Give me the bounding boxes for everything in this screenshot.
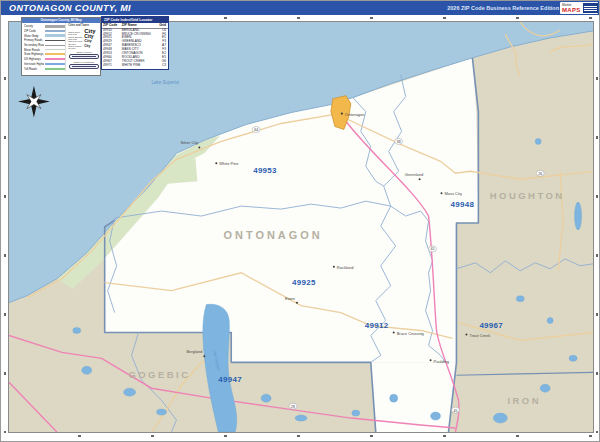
county-swatch: [45, 25, 65, 28]
town-label-bergland: Bergland: [186, 349, 202, 354]
scale-bar-miles: Scale in Miles: [68, 51, 100, 60]
town-label-mass-city: Mass City: [445, 191, 462, 196]
legend-city-items: Cities and Towns Cities Over 100,000City…: [65, 23, 100, 71]
county-label-gogebic: GOGEBIC: [128, 369, 190, 380]
page-title: ONTONAGON COUNTY, MI: [1, 3, 131, 13]
edition-label: 2026 ZIP Code Business Reference Edition: [447, 5, 559, 11]
zip-label-49912: 49912: [365, 322, 389, 331]
interstate-swatch: [45, 63, 65, 65]
water-swatch: [45, 34, 65, 37]
zip-label-49947: 49947: [218, 375, 242, 384]
map-page: ONTONAGON COUNTY, MI 2026 ZIP Code Busin…: [0, 0, 600, 442]
zip-label-49925: 49925: [292, 278, 316, 287]
shield-28: 28: [291, 405, 295, 409]
zip-row-49971: 49971WHITE PINEC3: [102, 64, 168, 68]
legend-city-4: Cities Under 10,000City: [68, 44, 100, 49]
zip-swatch: [45, 30, 65, 33]
brand-text: Market MAPS: [560, 4, 581, 13]
brand-name: MAPS: [562, 7, 581, 13]
county-label-iron: IRON: [507, 395, 541, 406]
town-label-trout-creek: Trout Creek: [469, 333, 490, 338]
town-label-ontonagon: Ontonagon: [345, 112, 365, 117]
map-svg: ONTONAGON HOUGHTON GOGEBIC IRON 49953 49…: [9, 22, 593, 432]
toll-road-swatch: [45, 68, 65, 70]
water-label-lake-superior: Lake Superior: [152, 80, 180, 85]
town-label-rockland: Rockland: [337, 265, 354, 270]
shield-45-south: 45: [454, 409, 458, 413]
publisher-logo: Market MAPS: [560, 2, 598, 14]
map-canvas: ONTONAGON HOUGHTON GOGEBIC IRON 49953 49…: [8, 21, 594, 433]
us-highway-swatch: [45, 58, 65, 60]
zip-label-49953: 49953: [253, 166, 277, 175]
zip-index-table: ZIP Code ZIP Name Grid 49910BERGLANDC6 4…: [102, 23, 168, 68]
grid-ticks-right: [596, 21, 598, 433]
town-label-silver-city: Silver City: [180, 140, 198, 145]
zip-index-box: ZIP Code Index/Grid Locator ZIP Code ZIP…: [101, 16, 169, 70]
town-label-paulding: Paulding: [434, 359, 449, 364]
town-label-white-pine: White Pine: [219, 161, 239, 166]
minor-road-swatch: [45, 49, 65, 50]
primary-road-swatch: [45, 40, 65, 41]
legend-line-items: County ZIP Code Water Body Primary Roads…: [22, 23, 65, 71]
zip-label-49948: 49948: [450, 200, 474, 209]
shield-45: 45: [431, 247, 435, 251]
title-bar: ONTONAGON COUNTY, MI 2026 ZIP Code Busin…: [1, 1, 600, 15]
zip-label-49967: 49967: [479, 322, 503, 331]
county-label-houghton: HOUGHTON: [490, 190, 565, 201]
town-label-bruce-crossing: Bruce Crossing: [397, 331, 424, 336]
logo-badge: [583, 3, 598, 13]
secondary-road-swatch: [45, 45, 65, 46]
grid-ticks-bottom: [8, 435, 594, 437]
legend-box: Ontonagon County, MI Map County ZIP Code…: [21, 17, 101, 76]
state-highway-swatch: [45, 53, 65, 55]
scale-bar-km: Scale in Kilometers: [68, 61, 100, 70]
town-label-ewen: Ewen: [285, 296, 295, 301]
shield-26: 26: [538, 172, 542, 176]
grid-ticks-left: [4, 21, 6, 433]
county-label-ontonagon: ONTONAGON: [224, 229, 323, 241]
shield-64: 64: [254, 128, 258, 132]
town-label-greenland: Greenland: [405, 172, 424, 177]
legend-item-toll: Toll Roads: [24, 66, 65, 71]
shield-38: 38: [397, 140, 401, 144]
